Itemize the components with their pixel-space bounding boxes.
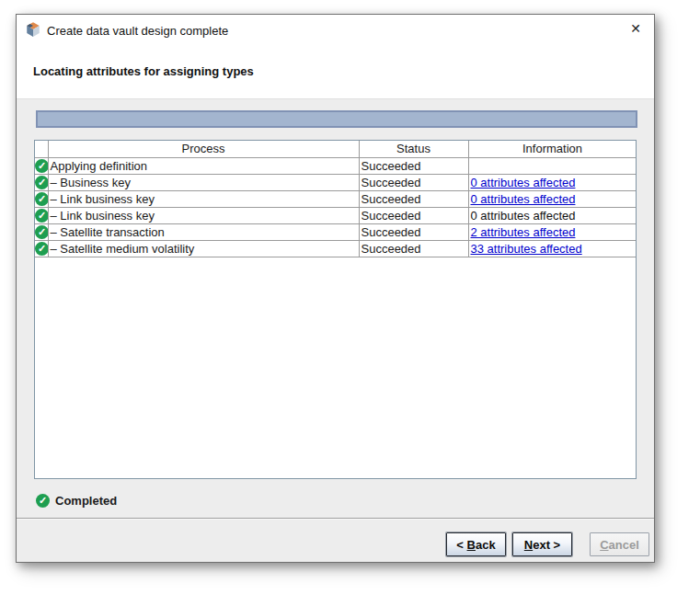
window-title: Create data vault design complete xyxy=(47,24,228,38)
column-header-icon xyxy=(35,141,48,157)
wizard-dialog: Create data vault design complete ✕ Loca… xyxy=(16,14,655,563)
status-cell: Succeeded xyxy=(359,223,468,240)
information-cell: 0 attributes affected xyxy=(468,190,637,207)
back-button[interactable]: < Back xyxy=(446,532,506,556)
table-header-row: Process Status Information xyxy=(35,141,637,157)
attributes-affected-link[interactable]: 0 attributes affected xyxy=(471,192,576,206)
success-icon: ✓ xyxy=(35,192,48,206)
attributes-affected-link[interactable]: 0 attributes affected xyxy=(471,176,576,189)
status-cell: Succeeded xyxy=(359,157,468,174)
results-table: Process Status Information ✓ Applying de… xyxy=(35,141,637,257)
completion-label: Completed xyxy=(55,494,117,508)
success-icon: ✓ xyxy=(35,176,48,189)
information-cell: 2 attributes affected xyxy=(468,223,637,240)
process-cell: Applying definition xyxy=(48,157,359,174)
progress-fill xyxy=(38,112,636,126)
success-icon: ✓ xyxy=(36,494,50,508)
information-cell: 33 attributes affected xyxy=(468,240,637,257)
success-icon: ✓ xyxy=(35,209,48,223)
table-row: ✓ – Link business key Succeeded 0 attrib… xyxy=(35,207,637,223)
completion-status: ✓Completed xyxy=(36,492,117,509)
cancel-button: Cancel xyxy=(590,532,649,556)
status-cell: Succeeded xyxy=(359,190,468,207)
table-row: ✓ – Link business key Succeeded 0 attrib… xyxy=(35,190,637,207)
information-cell: 0 attributes affected xyxy=(468,207,637,223)
attributes-affected-link[interactable]: 33 attributes affected xyxy=(471,242,582,256)
table-row: ✓ – Business key Succeeded 0 attributes … xyxy=(35,174,637,190)
app-logo-icon xyxy=(25,21,41,38)
success-icon: ✓ xyxy=(35,159,48,173)
process-cell: – Business key xyxy=(48,174,359,190)
results-table-scrollpane: Process Status Information ✓ Applying de… xyxy=(34,140,637,479)
process-cell: – Link business key xyxy=(48,190,359,207)
page-title: Locating attributes for assigning types xyxy=(33,64,254,78)
column-header-process: Process xyxy=(48,141,359,157)
next-button[interactable]: Next > xyxy=(512,532,572,556)
attributes-affected-link[interactable]: 2 attributes affected xyxy=(471,225,576,239)
process-cell: – Satellite transaction xyxy=(48,223,359,240)
table-row: ✓ – Satellite medium volatility Succeede… xyxy=(35,240,637,257)
status-cell: Succeeded xyxy=(359,207,468,223)
progress-bar xyxy=(36,110,637,128)
process-cell: – Satellite medium volatility xyxy=(48,240,359,257)
button-bar-divider xyxy=(17,518,654,520)
column-header-status: Status xyxy=(359,141,468,157)
status-cell: Succeeded xyxy=(359,240,468,257)
information-cell xyxy=(468,157,637,174)
information-cell: 0 attributes affected xyxy=(468,174,637,190)
process-cell: – Link business key xyxy=(48,207,359,223)
table-row: ✓ – Satellite transaction Succeeded 2 at… xyxy=(35,223,637,240)
success-icon: ✓ xyxy=(35,225,48,239)
table-row: ✓ Applying definition Succeeded xyxy=(35,157,637,174)
title-area: Create data vault design complete ✕ Loca… xyxy=(17,15,654,99)
close-icon[interactable]: ✕ xyxy=(627,20,644,37)
attributes-affected-text: 0 attributes affected xyxy=(471,209,576,223)
success-icon: ✓ xyxy=(35,242,48,256)
column-header-information: Information xyxy=(468,141,637,157)
status-cell: Succeeded xyxy=(359,174,468,190)
